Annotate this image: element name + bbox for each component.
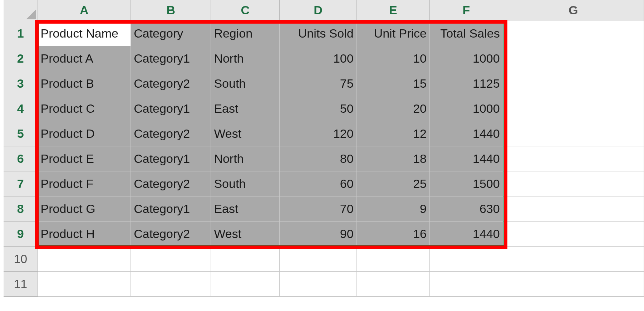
cell-A5[interactable]: Product D xyxy=(38,121,131,146)
cell-D5[interactable]: 120 xyxy=(280,121,357,146)
cell-F8[interactable]: 630 xyxy=(430,196,503,221)
cell-F6[interactable]: 1440 xyxy=(430,146,503,171)
cell-A7[interactable]: Product F xyxy=(38,171,131,196)
select-all-corner[interactable] xyxy=(4,0,38,21)
cell-A6[interactable]: Product E xyxy=(38,146,131,171)
column-header-F[interactable]: F xyxy=(430,0,503,21)
cell-A8[interactable]: Product G xyxy=(38,196,131,221)
cell-C4[interactable]: East xyxy=(211,96,280,121)
cell-D7[interactable]: 60 xyxy=(280,171,357,196)
cell-B11[interactable] xyxy=(131,271,211,296)
cell-C8[interactable]: East xyxy=(211,196,280,221)
cell-D1[interactable]: Units Sold xyxy=(280,21,357,46)
cell-F7[interactable]: 1500 xyxy=(430,171,503,196)
cell-G11[interactable] xyxy=(503,271,644,296)
cell-E3[interactable]: 15 xyxy=(357,71,429,96)
cell-F1[interactable]: Total Sales xyxy=(430,21,503,46)
cell-B3[interactable]: Category2 xyxy=(131,71,211,96)
row-header-3[interactable]: 3 xyxy=(4,71,38,96)
cell-D10[interactable] xyxy=(280,246,357,271)
cell-G5[interactable] xyxy=(503,121,644,146)
cell-B9[interactable]: Category2 xyxy=(131,221,211,246)
row-header-11[interactable]: 11 xyxy=(4,271,38,296)
cell-B10[interactable] xyxy=(131,246,211,271)
cell-F5[interactable]: 1440 xyxy=(430,121,503,146)
row-header-9[interactable]: 9 xyxy=(4,221,38,246)
row-header-2[interactable]: 2 xyxy=(4,46,38,71)
cell-D11[interactable] xyxy=(280,271,357,296)
cell-B4[interactable]: Category1 xyxy=(131,96,211,121)
cell-E11[interactable] xyxy=(357,271,429,296)
cell-A3[interactable]: Product B xyxy=(38,71,131,96)
cell-E4[interactable]: 20 xyxy=(357,96,429,121)
row-header-7[interactable]: 7 xyxy=(4,171,38,196)
cell-E6[interactable]: 18 xyxy=(357,146,429,171)
row-header-5[interactable]: 5 xyxy=(4,121,38,146)
cell-D3[interactable]: 75 xyxy=(280,71,357,96)
column-header-G[interactable]: G xyxy=(503,0,644,21)
cell-B2[interactable]: Category1 xyxy=(131,46,211,71)
cell-A10[interactable] xyxy=(38,246,131,271)
cell-C7[interactable]: South xyxy=(211,171,280,196)
cell-B8[interactable]: Category1 xyxy=(131,196,211,221)
row-header-4[interactable]: 4 xyxy=(4,96,38,121)
cell-C1[interactable]: Region xyxy=(211,21,280,46)
column-header-A[interactable]: A xyxy=(38,0,131,21)
cell-G7[interactable] xyxy=(503,171,644,196)
cell-A1[interactable]: Product Name xyxy=(38,21,131,46)
cell-B6[interactable]: Category1 xyxy=(131,146,211,171)
row-header-1[interactable]: 1 xyxy=(4,21,38,46)
column-header-D[interactable]: D xyxy=(280,0,357,21)
cell-B1[interactable]: Category xyxy=(131,21,211,46)
select-all-triangle-icon xyxy=(26,9,36,19)
cell-F11[interactable] xyxy=(430,271,503,296)
cell-F3[interactable]: 1125 xyxy=(430,71,503,96)
svg-marker-0 xyxy=(26,9,36,19)
cell-G10[interactable] xyxy=(503,246,644,271)
cell-G4[interactable] xyxy=(503,96,644,121)
cell-A9[interactable]: Product H xyxy=(38,221,131,246)
cell-A2[interactable]: Product A xyxy=(38,46,131,71)
cell-E2[interactable]: 10 xyxy=(357,46,429,71)
cell-C5[interactable]: West xyxy=(211,121,280,146)
cell-C2[interactable]: North xyxy=(211,46,280,71)
cell-C3[interactable]: South xyxy=(211,71,280,96)
cell-E5[interactable]: 12 xyxy=(357,121,429,146)
cell-D9[interactable]: 90 xyxy=(280,221,357,246)
cell-C11[interactable] xyxy=(211,271,280,296)
cell-G8[interactable] xyxy=(503,196,644,221)
cell-F2[interactable]: 1000 xyxy=(430,46,503,71)
cell-D8[interactable]: 70 xyxy=(280,196,357,221)
cell-C10[interactable] xyxy=(211,246,280,271)
cell-E7[interactable]: 25 xyxy=(357,171,429,196)
cell-D4[interactable]: 50 xyxy=(280,96,357,121)
cell-G2[interactable] xyxy=(503,46,644,71)
row-header-8[interactable]: 8 xyxy=(4,196,38,221)
cell-E10[interactable] xyxy=(357,246,429,271)
row-header-10[interactable]: 10 xyxy=(4,246,38,271)
cell-B5[interactable]: Category2 xyxy=(131,121,211,146)
column-header-E[interactable]: E xyxy=(357,0,429,21)
cell-G1[interactable] xyxy=(503,21,644,46)
cell-E1[interactable]: Unit Price xyxy=(357,21,429,46)
cell-G3[interactable] xyxy=(503,71,644,96)
spreadsheet-grid[interactable]: A B C D E F G 1 Product Name Category Re… xyxy=(4,0,644,297)
column-header-B[interactable]: B xyxy=(131,0,211,21)
cell-C9[interactable]: West xyxy=(211,221,280,246)
column-header-C[interactable]: C xyxy=(211,0,280,21)
cell-F10[interactable] xyxy=(430,246,503,271)
cell-F4[interactable]: 1000 xyxy=(430,96,503,121)
cell-D2[interactable]: 100 xyxy=(280,46,357,71)
cell-C6[interactable]: North xyxy=(211,146,280,171)
row-header-6[interactable]: 6 xyxy=(4,146,38,171)
cell-A11[interactable] xyxy=(38,271,131,296)
cell-D6[interactable]: 80 xyxy=(280,146,357,171)
cell-A4[interactable]: Product C xyxy=(38,96,131,121)
cell-E8[interactable]: 9 xyxy=(357,196,429,221)
cell-B7[interactable]: Category2 xyxy=(131,171,211,196)
cell-E9[interactable]: 16 xyxy=(357,221,429,246)
cell-F9[interactable]: 1440 xyxy=(430,221,503,246)
cell-G6[interactable] xyxy=(503,146,644,171)
cell-G9[interactable] xyxy=(503,221,644,246)
